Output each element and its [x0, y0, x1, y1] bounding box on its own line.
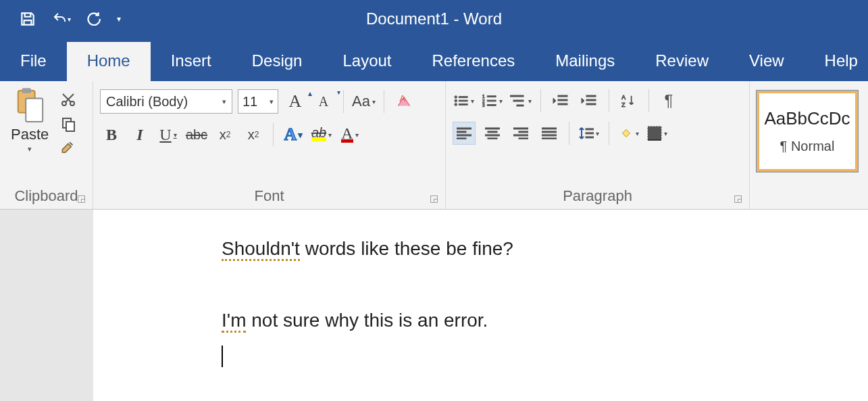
- clipboard-launcher-icon[interactable]: ◲: [77, 193, 86, 204]
- document-page[interactable]: Shouldn't words like these be fine? I'm …: [93, 210, 868, 401]
- bold-button[interactable]: B: [100, 123, 123, 146]
- svg-rect-31: [457, 128, 471, 129]
- separator: [384, 90, 384, 113]
- tab-insert[interactable]: Insert: [151, 42, 232, 81]
- tab-review[interactable]: Review: [635, 42, 729, 81]
- group-font: Calibri (Body)▾ 11▾ A A Aa A B I U abc: [93, 81, 446, 209]
- font-size-select[interactable]: 11▾: [238, 89, 278, 114]
- group-styles-label: [757, 183, 858, 208]
- shrink-font-button[interactable]: A: [312, 90, 335, 113]
- svg-rect-47: [586, 128, 594, 130]
- svg-rect-19: [487, 105, 496, 106]
- save-button[interactable]: [14, 5, 42, 32]
- tab-help[interactable]: Help: [805, 42, 868, 81]
- quick-access-toolbar: ▾ ▾: [0, 5, 127, 32]
- svg-point-10: [455, 99, 457, 102]
- justify-button[interactable]: [538, 122, 561, 145]
- svg-rect-28: [586, 103, 596, 105]
- copy-button[interactable]: [58, 114, 78, 134]
- shading-button[interactable]: [617, 122, 640, 145]
- format-painter-button[interactable]: [58, 138, 78, 158]
- svg-rect-13: [459, 104, 467, 105]
- align-left-button[interactable]: [453, 122, 476, 145]
- decrease-indent-button[interactable]: [549, 89, 572, 112]
- multilevel-list-button[interactable]: [509, 89, 532, 112]
- grammar-flag[interactable]: I'm: [222, 310, 246, 333]
- change-case-button[interactable]: Aa: [352, 90, 376, 113]
- svg-rect-25: [558, 103, 567, 105]
- separator: [273, 123, 274, 146]
- undo-button[interactable]: ▾: [46, 5, 74, 32]
- clear-formatting-button[interactable]: A: [392, 90, 415, 113]
- align-right-button[interactable]: [509, 122, 532, 145]
- increase-indent-button[interactable]: [578, 89, 601, 112]
- svg-rect-33: [457, 135, 471, 136]
- group-styles: AaBbCcDc ¶ Normal: [750, 81, 858, 209]
- svg-text:A: A: [621, 94, 626, 101]
- svg-rect-2: [26, 99, 43, 122]
- cut-button[interactable]: [58, 89, 78, 110]
- tab-view[interactable]: View: [729, 42, 805, 81]
- tab-home[interactable]: Home: [67, 42, 151, 81]
- tab-file[interactable]: File: [0, 42, 67, 81]
- svg-rect-15: [487, 96, 496, 97]
- redo-button[interactable]: [78, 5, 107, 32]
- grow-font-button[interactable]: A: [284, 90, 307, 113]
- svg-rect-20: [510, 95, 524, 97]
- qat-customize-button[interactable]: ▾: [111, 5, 127, 32]
- sort-button[interactable]: AZ: [617, 89, 640, 112]
- text-effects-button[interactable]: A: [282, 123, 305, 146]
- grammar-flag[interactable]: Shouldn't: [222, 238, 300, 261]
- svg-rect-34: [457, 138, 466, 139]
- svg-point-8: [455, 96, 457, 99]
- svg-rect-37: [485, 135, 500, 136]
- group-clipboard: Paste ▾ Clipboard ◲: [0, 81, 93, 209]
- tab-layout[interactable]: Layout: [322, 42, 411, 81]
- tab-mailings[interactable]: Mailings: [535, 42, 635, 81]
- style-normal[interactable]: AaBbCcDc ¶ Normal: [757, 91, 858, 172]
- line-spacing-button[interactable]: [578, 122, 601, 145]
- group-paragraph-label: Paragraph ◲: [453, 183, 742, 208]
- subscript-button[interactable]: x2: [213, 123, 236, 146]
- style-name-label: ¶ Normal: [780, 139, 835, 154]
- separator: [343, 90, 344, 113]
- paste-button[interactable]: Paste ▾: [7, 85, 53, 154]
- ribbon: Paste ▾ Clipboard ◲: [0, 81, 868, 210]
- tab-design[interactable]: Design: [232, 42, 323, 81]
- borders-button[interactable]: [646, 122, 669, 145]
- show-paragraph-marks-button[interactable]: ¶: [657, 89, 680, 112]
- paragraph-2[interactable]: I'm not sure why this is an error.: [222, 308, 868, 333]
- align-center-button[interactable]: [481, 122, 504, 145]
- tab-references[interactable]: References: [412, 42, 536, 81]
- text-caret: [222, 346, 223, 367]
- svg-rect-17: [487, 100, 496, 101]
- svg-text:A: A: [399, 93, 405, 103]
- svg-rect-36: [488, 131, 497, 133]
- svg-rect-39: [513, 128, 528, 129]
- svg-rect-42: [519, 138, 528, 139]
- svg-rect-41: [513, 135, 528, 136]
- svg-rect-32: [457, 131, 466, 133]
- font-launcher-icon[interactable]: ◲: [430, 193, 438, 204]
- svg-rect-1: [22, 88, 31, 93]
- svg-rect-48: [586, 133, 594, 134]
- underline-button[interactable]: U: [157, 123, 180, 146]
- superscript-button[interactable]: x2: [242, 123, 265, 146]
- paragraph-1[interactable]: Shouldn't words like these be fine?: [222, 237, 868, 261]
- font-color-button[interactable]: A: [338, 123, 361, 146]
- group-clipboard-label: Clipboard ◲: [7, 183, 86, 208]
- svg-rect-21: [513, 100, 524, 101]
- numbering-button[interactable]: 123: [481, 89, 504, 112]
- svg-rect-22: [517, 105, 524, 106]
- svg-text:Z: Z: [621, 101, 626, 108]
- svg-rect-24: [558, 99, 567, 101]
- highlight-button[interactable]: ab: [310, 123, 333, 146]
- font-name-select[interactable]: Calibri (Body)▾: [100, 89, 232, 114]
- separator: [609, 122, 609, 145]
- group-paragraph: 123 AZ ¶: [446, 81, 750, 209]
- strikethrough-button[interactable]: abc: [185, 123, 208, 146]
- paragraph-launcher-icon[interactable]: ◲: [734, 193, 742, 204]
- undo-dropdown-icon[interactable]: ▾: [68, 16, 71, 23]
- bullets-button[interactable]: [453, 89, 476, 112]
- italic-button[interactable]: I: [128, 123, 151, 146]
